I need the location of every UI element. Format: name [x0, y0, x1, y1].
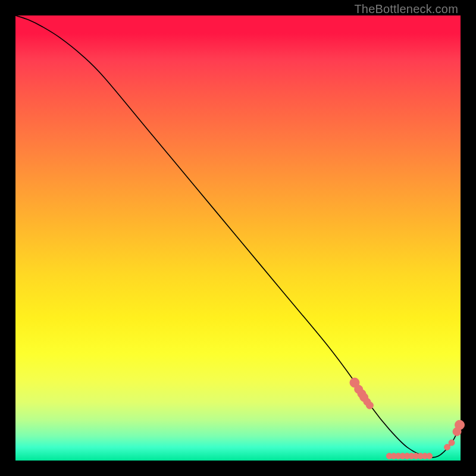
- attribution-label: TheBottleneck.com: [354, 2, 458, 16]
- data-point: [427, 453, 433, 459]
- chart-svg: [15, 15, 461, 461]
- data-point: [366, 402, 373, 409]
- bottleneck-curve: [15, 15, 461, 458]
- data-point: [444, 444, 450, 450]
- data-point: [449, 440, 455, 446]
- data-point: [455, 420, 465, 430]
